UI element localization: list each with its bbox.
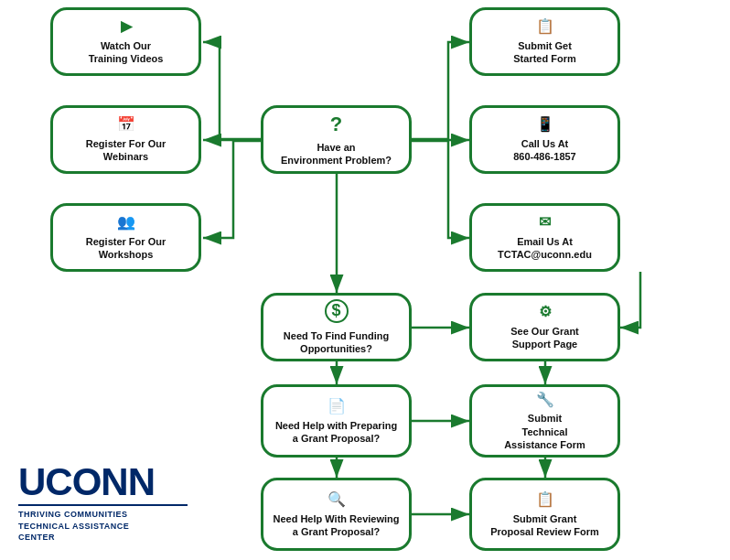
play-icon: ▶ — [121, 17, 132, 37]
grant-prep-label: Need Help with Preparing a Grant Proposa… — [275, 419, 397, 446]
logo-divider — [18, 504, 188, 506]
call-us-label: Call Us At 860-486-1857 — [513, 137, 576, 164]
submit-ta-node[interactable]: 🔧 Submit Technical Assistance Form — [469, 384, 620, 458]
tools-icon: 🔧 — [536, 391, 554, 410]
uconn-logo: UCONN — [18, 463, 188, 501]
grant-review-label: Need Help With Reviewing a Grant Proposa… — [273, 512, 399, 539]
grant-support-node[interactable]: ⚙ See Our Grant Support Page — [469, 293, 620, 361]
env-problem-label: Have an Environment Problem? — [281, 141, 392, 167]
logo-subtitle: THRIVING COMMUNITIES TECHNICAL ASSISTANC… — [18, 509, 188, 544]
document-icon: 📄 — [327, 397, 346, 416]
search-icon: 🔍 — [327, 490, 346, 510]
flowchart: ▶ Watch Our Training Videos 📅 Register F… — [0, 0, 730, 560]
email-us-label: Email Us At TCTAC@uconn.edu — [498, 235, 592, 262]
logo-area: UCONN THRIVING COMMUNITIES TECHNICAL ASS… — [18, 463, 188, 544]
grant-prep-node[interactable]: 📄 Need Help with Preparing a Grant Propo… — [261, 384, 412, 458]
grant-review-node[interactable]: 🔍 Need Help With Reviewing a Grant Propo… — [261, 478, 412, 551]
phone-icon: 📱 — [536, 115, 554, 135]
watch-videos-node[interactable]: ▶ Watch Our Training Videos — [50, 7, 201, 76]
gear-icon: ⚙ — [539, 303, 552, 322]
watch-videos-label: Watch Our Training Videos — [89, 39, 164, 66]
email-icon: ✉ — [539, 213, 551, 232]
dollar-icon: $ — [325, 299, 349, 323]
register-webinars-label: Register For Our Webinars — [86, 137, 166, 164]
register-webinars-node[interactable]: 📅 Register For Our Webinars — [50, 105, 201, 174]
need-funding-label: Need To Find Funding Opportunities? — [284, 329, 389, 356]
question-icon: ? — [330, 112, 342, 138]
submit-get-started-node[interactable]: 📋 Submit Get Started Form — [469, 7, 620, 76]
calendar-icon: 📅 — [117, 115, 135, 135]
need-funding-node[interactable]: $ Need To Find Funding Opportunities? — [261, 293, 412, 361]
checklist-icon: 📋 — [536, 490, 554, 510]
email-us-node[interactable]: ✉ Email Us At TCTAC@uconn.edu — [469, 203, 620, 272]
register-workshops-node[interactable]: 👥 Register For Our Workshops — [50, 203, 201, 272]
people-icon: 👥 — [117, 213, 135, 232]
register-workshops-label: Register For Our Workshops — [86, 235, 166, 262]
env-problem-node[interactable]: ? Have an Environment Problem? — [261, 105, 412, 174]
submit-grant-review-node[interactable]: 📋 Submit Grant Proposal Review Form — [469, 478, 620, 551]
submit-get-started-label: Submit Get Started Form — [513, 39, 575, 66]
call-us-node[interactable]: 📱 Call Us At 860-486-1857 — [469, 105, 620, 174]
grant-support-label: See Our Grant Support Page — [510, 325, 579, 351]
form-icon: 📋 — [536, 17, 554, 37]
submit-ta-label: Submit Technical Assistance Form — [504, 412, 585, 451]
submit-grant-review-label: Submit Grant Proposal Review Form — [490, 512, 599, 539]
